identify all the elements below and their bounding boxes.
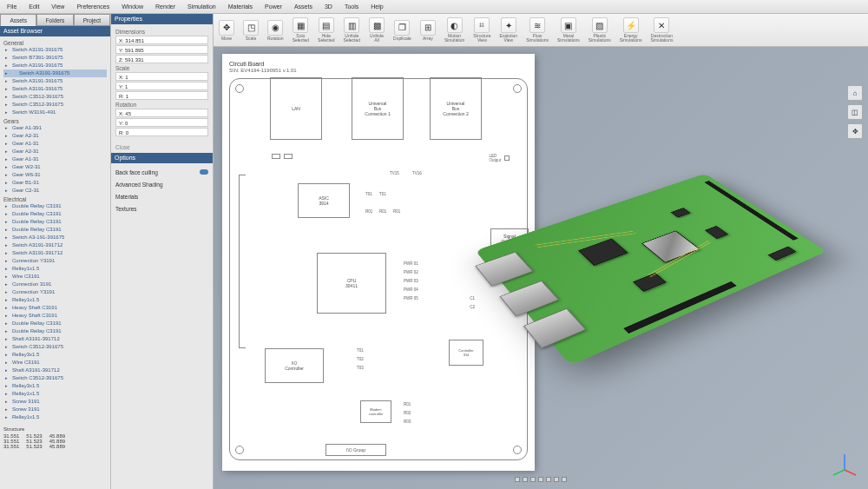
tree-item[interactable]: Switch A3191-391712 (3, 241, 107, 249)
tool-move[interactable]: ✥Move (219, 20, 234, 41)
tree-item[interactable]: Connection 3191 (3, 281, 107, 288)
tree-item[interactable]: Switch W3191-491 (3, 109, 107, 116)
rot-y[interactable]: Y: 0 (115, 118, 208, 127)
close-link[interactable]: Close (115, 144, 130, 150)
menu-materials[interactable]: Materials (228, 3, 253, 10)
tree-item[interactable]: Switch C3512-391675 (3, 343, 107, 351)
menu-help[interactable]: Help (371, 3, 383, 10)
tree-item[interactable]: Switch A3191-391712 (3, 249, 107, 257)
tree-item[interactable]: Gear A2-31 (3, 148, 107, 155)
tool-plastic-simulations[interactable]: ▨Plastic Simulations (589, 17, 611, 43)
timeline-dots[interactable] (515, 477, 567, 482)
scale-r[interactable]: R: 1 (115, 91, 208, 100)
tree-item[interactable]: Rellay1x1.5 (3, 296, 107, 304)
tree-item[interactable]: Rellay3x1.5 (3, 351, 107, 359)
menu-view[interactable]: View (51, 3, 64, 10)
menu-assets[interactable]: Assets (294, 3, 312, 10)
tree-item[interactable]: Rellay1x1.5 (3, 390, 107, 398)
scale-x[interactable]: X: 1 (115, 72, 208, 81)
tree-item[interactable]: Double Rellay C3191 (3, 327, 107, 335)
tree-item[interactable]: Switch A3191-391675 (3, 77, 107, 85)
menu-3d[interactable]: 3D (325, 3, 332, 10)
menu-window[interactable]: Window (122, 3, 143, 10)
dim-x[interactable]: X: 314.851 (115, 36, 208, 44)
tree-item[interactable]: Heavy Shaft C3191 (3, 304, 107, 312)
tree-item[interactable]: Connection Y3191 (3, 288, 107, 296)
tool-structure-view[interactable]: ⌗Structure View (473, 17, 490, 43)
tree-item[interactable]: Wire C3191 (3, 359, 107, 367)
tree-item[interactable]: Switch A3191-391675 (3, 46, 107, 54)
tree-item[interactable]: Heavy Shaft C3191 (3, 312, 107, 320)
tool-rotation[interactable]: ◉Rotation (267, 20, 284, 41)
tree-item[interactable]: Gear W6-31 (3, 171, 107, 179)
tree-item[interactable]: Rellay1x1.5 (3, 265, 107, 273)
tree-item[interactable]: Switch A3191-391675 (3, 69, 107, 77)
tree-item[interactable]: Gear C2-31 (3, 187, 107, 195)
tree-item[interactable]: Rellay3x1.5 (3, 382, 107, 390)
tree-item[interactable]: Rellay1x1.5 (3, 413, 107, 421)
menu-power[interactable]: Power (265, 3, 282, 10)
menu-file[interactable]: File (7, 3, 16, 10)
tool-solo-selected[interactable]: ▦Solo Selected (293, 17, 309, 43)
tree-item[interactable]: Shaft A3191-391712 (3, 335, 107, 343)
tree-item[interactable]: Gear W2-31 (3, 163, 107, 171)
tab-assets[interactable]: Assets (0, 14, 36, 26)
tree-item[interactable]: Switch C3512-391675 (3, 374, 107, 382)
tool-scale[interactable]: ◳Scale (243, 20, 259, 41)
menu-simulation[interactable]: Simulation (187, 3, 216, 10)
rot-r[interactable]: R: 0 (115, 128, 208, 136)
menu-preferences[interactable]: Preferences (76, 3, 109, 10)
tool-array[interactable]: ⊞Array (420, 20, 436, 41)
rot-x[interactable]: X: 45 (115, 109, 208, 117)
tree-item[interactable]: Double Rellay C3191 (3, 218, 107, 226)
tab-project[interactable]: Project (74, 14, 110, 26)
tree-item[interactable]: Double Rellay C3191 (3, 210, 107, 218)
tree-item[interactable]: Switch A3191-391675 (3, 85, 107, 93)
tool-unhide-all[interactable]: ▩Unhide All (369, 17, 385, 43)
tool-hide-selected[interactable]: ▤Hide Selected (318, 17, 334, 43)
tree-item[interactable]: Connection Y3191 (3, 257, 107, 265)
tree-item[interactable]: Shaft A3191-391712 (3, 367, 107, 374)
assets-panel: Assets Folders Project Asset Browser Gen… (0, 14, 111, 489)
tool-flow-simulations[interactable]: ≋Flow Simulations (526, 17, 549, 43)
tree-item[interactable]: Switch C3512-391675 (3, 101, 107, 109)
scale-y[interactable]: Y: 1 (115, 82, 208, 90)
tree-item[interactable]: Gear A1-31 (3, 155, 107, 163)
tool-duplicate[interactable]: ❐Duplicate (393, 20, 411, 41)
tool-unhide-selected[interactable]: ▥Unhide Selected (344, 17, 360, 43)
view-home-icon[interactable]: ⌂ (847, 85, 863, 101)
tree-item[interactable]: Double Rellay C3191 (3, 226, 107, 234)
tree-item[interactable]: Screw 3191 (3, 398, 107, 406)
tree-item[interactable]: Gear A1-391 (3, 124, 107, 132)
view-pan-icon[interactable]: ✥ (847, 123, 863, 139)
tree-item[interactable]: Screw 3191 (3, 406, 107, 413)
tree-item[interactable]: Switch B7391-391675 (3, 54, 107, 62)
tree-item[interactable]: Switch A3-191-391675 (3, 234, 107, 241)
tree-item[interactable]: Gear A2-31 (3, 132, 107, 140)
tool-metal-simulations[interactable]: ▣Metal Simulations (557, 17, 580, 43)
schematic-subtitle: S\N: EV4194-1190951 v.1.01 (229, 68, 528, 73)
tree-item[interactable]: Wire C3191 (3, 273, 107, 281)
tool-explotion-view[interactable]: ✦Explotion View (500, 17, 518, 43)
tool-energy-simulations[interactable]: ⚡Energy Simulations (620, 17, 642, 43)
tree-item[interactable]: Gear A1-31 (3, 140, 107, 148)
dim-y[interactable]: Y: 591.895 (115, 45, 208, 54)
tree-item[interactable]: Double Rellay C3191 (3, 320, 107, 327)
tool-motion-simulation[interactable]: ◐Motion Simulation (444, 17, 464, 43)
tree-item[interactable]: Gear B1-31 (3, 179, 107, 187)
menu-render[interactable]: Render (155, 3, 175, 10)
menu-tools[interactable]: Tools (345, 3, 358, 10)
menu-edit[interactable]: Edit (29, 3, 39, 10)
asset-tree[interactable]: GeneralSwitch A3191-391675Switch B7391-3… (0, 36, 110, 423)
toolbar: ✥Move◳Scale◉Rotation▦Solo Selected▤Hide … (214, 14, 868, 47)
toggle-backface[interactable] (200, 169, 208, 175)
dim-z[interactable]: Z: 591.331 (115, 55, 208, 63)
tree-item[interactable]: Switch A3191-391675 (3, 62, 107, 69)
canvas-3d[interactable]: Circuti Board S\N: EV4194-1190951 v.1.01… (214, 47, 868, 489)
view-cube-icon[interactable]: ◫ (847, 104, 863, 120)
tab-folders[interactable]: Folders (36, 14, 73, 26)
axis-gizmo[interactable] (832, 453, 858, 479)
tree-item[interactable]: Double Rellay C3191 (3, 202, 107, 210)
tree-item[interactable]: Switch C3512-391675 (3, 93, 107, 101)
tool-destruction-simulations[interactable]: ✕Destruction Simulations (651, 17, 674, 43)
